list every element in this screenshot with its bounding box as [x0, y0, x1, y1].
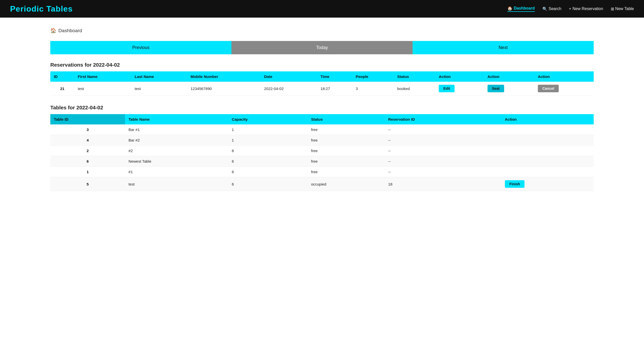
nav-dashboard[interactable]: 🏠 Dashboard	[507, 6, 535, 12]
tbl-capacity: 1	[228, 124, 307, 135]
breadcrumb: 🏠 Dashboard	[50, 28, 594, 33]
tbl-name: Newest Table	[125, 156, 228, 167]
table-row: 6 Newest Table 6 free --	[50, 156, 594, 167]
tbl-capacity: 6	[228, 146, 307, 156]
tbl-reservation-id: --	[385, 135, 501, 146]
breadcrumb-label: Dashboard	[58, 28, 82, 33]
tbl-action-cell	[501, 135, 594, 146]
finish-button[interactable]: Finish	[505, 180, 525, 188]
tbl-name: Bar #2	[125, 135, 228, 146]
tbl-capacity: 1	[228, 135, 307, 146]
navbar: Periodic Tables 🏠 Dashboard 🔍 Search + N…	[0, 0, 644, 18]
tbl-status: occupied	[307, 177, 385, 191]
navbar-links: 🏠 Dashboard 🔍 Search + New Reservation ⊞…	[507, 6, 634, 12]
search-icon: 🔍	[542, 7, 547, 11]
tbl-capacity: 6	[228, 177, 307, 191]
col-action1: Action	[435, 71, 484, 82]
plus-icon: +	[569, 7, 571, 11]
tbl-status: free	[307, 167, 385, 177]
today-button[interactable]: Today	[231, 41, 413, 54]
tbl-reservation-id: --	[385, 156, 501, 167]
tbl-id: 5	[50, 177, 125, 191]
tbl-capacity: 6	[228, 167, 307, 177]
tbl-status: free	[307, 124, 385, 135]
nav-new-reservation[interactable]: + New Reservation	[569, 7, 603, 11]
res-date: 2022-04-02	[261, 82, 317, 96]
res-people: 3	[352, 82, 394, 96]
table-row: 1 #1 6 free --	[50, 167, 594, 177]
tbl-capacity: 6	[228, 156, 307, 167]
res-seat-cell: Seat	[484, 82, 534, 96]
nav-new-table[interactable]: ⊞ New Table	[611, 7, 634, 11]
tbl-col-action: Action	[501, 114, 594, 124]
res-mobile: 1234567890	[187, 82, 261, 96]
res-time: 18:27	[317, 82, 352, 96]
nav-new-reservation-label: New Reservation	[573, 7, 603, 11]
tbl-status: free	[307, 156, 385, 167]
res-cancel-cell: Cancel	[534, 82, 594, 96]
tbl-action-cell	[501, 124, 594, 135]
tbl-id: 3	[50, 124, 125, 135]
reservations-table: ID First Name Last Name Mobile Number Da…	[50, 71, 594, 96]
main-content: 🏠 Dashboard Previous Today Next Reservat…	[0, 18, 644, 210]
tbl-reservation-id: --	[385, 146, 501, 156]
tables-table: Table ID Table Name Capacity Status Rese…	[50, 114, 594, 191]
col-date: Date	[261, 71, 317, 82]
tbl-id: 2	[50, 146, 125, 156]
tbl-reservation-id: --	[385, 167, 501, 177]
tbl-name: test	[125, 177, 228, 191]
previous-button[interactable]: Previous	[50, 41, 231, 54]
tbl-col-status: Status	[307, 114, 385, 124]
tbl-status: free	[307, 135, 385, 146]
table-row: 4 Bar #2 1 free --	[50, 135, 594, 146]
res-first-name: test	[74, 82, 131, 96]
reservations-title: Reservations for 2022-04-02	[50, 62, 594, 68]
tbl-name: #1	[125, 167, 228, 177]
tbl-name: Bar #1	[125, 124, 228, 135]
col-id: ID	[50, 71, 74, 82]
tbl-col-id: Table ID	[50, 114, 125, 124]
nav-dashboard-label: Dashboard	[514, 6, 535, 11]
cancel-button[interactable]: Cancel	[538, 85, 559, 92]
edit-button[interactable]: Edit	[439, 85, 455, 92]
date-nav-row: Previous Today Next	[50, 41, 594, 54]
res-id: 21	[50, 82, 74, 96]
tbl-action-cell	[501, 156, 594, 167]
tbl-reservation-id: --	[385, 124, 501, 135]
tbl-action-cell: Finish	[501, 177, 594, 191]
brand-title: Periodic Tables	[10, 4, 73, 14]
home-icon: 🏠	[507, 6, 512, 11]
tbl-id: 6	[50, 156, 125, 167]
col-time: Time	[317, 71, 352, 82]
table-row: 3 Bar #1 1 free --	[50, 124, 594, 135]
col-status: Status	[394, 71, 435, 82]
table-row: 21 test test 1234567890 2022-04-02 18:27…	[50, 82, 594, 96]
breadcrumb-icon: 🏠	[50, 28, 56, 33]
nav-search-label: Search	[549, 7, 561, 11]
col-first-name: First Name	[74, 71, 131, 82]
res-edit-cell: Edit	[435, 82, 484, 96]
col-action2: Action	[484, 71, 534, 82]
res-last-name: test	[131, 82, 187, 96]
tbl-reservation-id: 18	[385, 177, 501, 191]
res-status: booked	[394, 82, 435, 96]
table-row: 5 test 6 occupied 18 Finish	[50, 177, 594, 191]
tbl-col-name: Table Name	[125, 114, 228, 124]
tbl-id: 4	[50, 135, 125, 146]
col-last-name: Last Name	[131, 71, 187, 82]
table-row: 2 #2 6 free --	[50, 146, 594, 156]
tbl-col-reservation-id: Reservation ID	[385, 114, 501, 124]
seat-button[interactable]: Seat	[488, 85, 504, 92]
tbl-name: #2	[125, 146, 228, 156]
table-icon: ⊞	[611, 7, 614, 11]
tbl-status: free	[307, 146, 385, 156]
col-action3: Action	[534, 71, 594, 82]
next-button[interactable]: Next	[413, 41, 594, 54]
col-mobile: Mobile Number	[187, 71, 261, 82]
nav-search[interactable]: 🔍 Search	[542, 7, 561, 11]
nav-new-table-label: New Table	[615, 7, 634, 11]
col-people: People	[352, 71, 394, 82]
tables-title: Tables for 2022-04-02	[50, 105, 594, 111]
tbl-action-cell	[501, 167, 594, 177]
tbl-col-capacity: Capacity	[228, 114, 307, 124]
